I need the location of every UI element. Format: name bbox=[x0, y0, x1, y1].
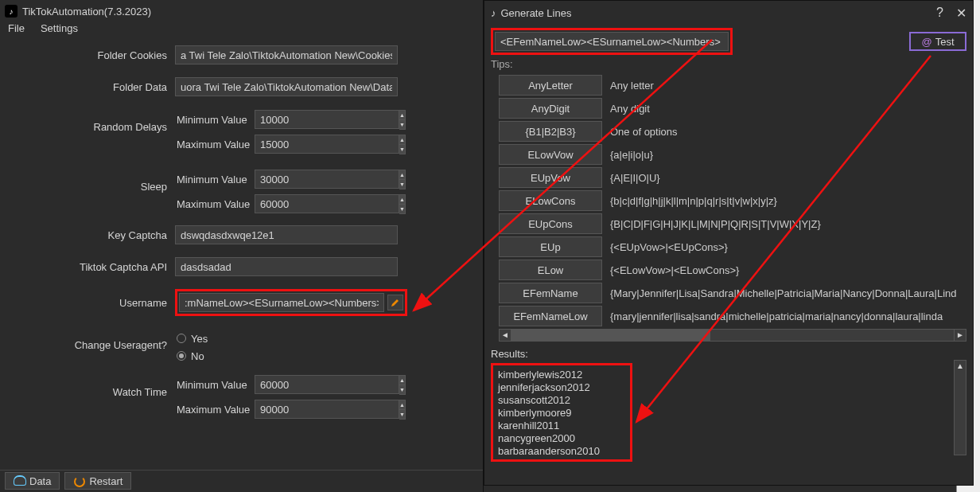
radio-yes[interactable] bbox=[177, 334, 186, 343]
token-row: AnyDigitAny digit bbox=[499, 98, 966, 119]
dialog-titlebar: ♪ Generate Lines ? ✕ bbox=[484, 1, 973, 25]
result-item: kimberlylewis2012 bbox=[498, 369, 625, 381]
menu-settings[interactable]: Settings bbox=[41, 22, 78, 38]
result-item: jenniferjackson2012 bbox=[498, 381, 625, 394]
spin-down-icon[interactable]: ▼ bbox=[399, 205, 405, 213]
label-username: Username bbox=[0, 297, 175, 309]
token-row: AnyLetterAny letter bbox=[499, 75, 966, 96]
bottombar: Data Restart bbox=[0, 470, 483, 492]
label-tiktok-captcha: Tiktok Captcha API bbox=[0, 261, 175, 273]
folder-data-input[interactable] bbox=[175, 77, 398, 96]
token-button[interactable]: ELow bbox=[499, 260, 602, 280]
token-row: {B1|B2|B3}One of options bbox=[499, 121, 966, 142]
result-item: susanscott2012 bbox=[498, 394, 625, 407]
wt-max-input[interactable] bbox=[255, 400, 399, 419]
label-rd-max: Maximum Value bbox=[175, 139, 255, 150]
expression-highlight bbox=[491, 28, 733, 55]
spin-down-icon[interactable]: ▼ bbox=[399, 180, 405, 189]
spin-up-icon[interactable]: ▲ bbox=[399, 111, 405, 120]
token-desc: {A|E|I|O|U} bbox=[610, 172, 966, 184]
username-input[interactable] bbox=[179, 293, 384, 312]
label-folder-cookies: Folder Cookies bbox=[0, 49, 175, 61]
token-row: EUpCons{B|C|D|F|G|H|J|K|L|M|N|P|Q|R|S|T|… bbox=[499, 213, 966, 234]
key-captcha-input[interactable] bbox=[175, 225, 398, 244]
spin-down-icon[interactable]: ▼ bbox=[399, 145, 405, 154]
vscrollbar[interactable]: ▲ bbox=[954, 360, 966, 455]
data-button[interactable]: Data bbox=[5, 472, 60, 490]
rd-max-spin[interactable]: ▲▼ bbox=[255, 135, 390, 154]
token-row: EFemName{Mary|Jennifer|Lisa|Sandra|Miche… bbox=[499, 283, 966, 303]
help-icon[interactable]: ? bbox=[936, 6, 943, 21]
spin-down-icon[interactable]: ▼ bbox=[399, 120, 405, 129]
spin-up-icon[interactable]: ▲ bbox=[399, 195, 405, 205]
dialog-title: Generate Lines bbox=[501, 7, 572, 19]
close-icon[interactable]: ✕ bbox=[956, 6, 966, 21]
spin-up-icon[interactable]: ▲ bbox=[399, 400, 405, 410]
tiktok-captcha-input[interactable] bbox=[175, 257, 398, 276]
scroll-left-icon[interactable]: ◄ bbox=[499, 329, 511, 342]
token-row: EFemNameLow{mary|jennifer|lisa|sandra|mi… bbox=[499, 306, 966, 326]
result-item: barbaraanderson2010 bbox=[498, 445, 625, 458]
wt-min-spin[interactable]: ▲▼ bbox=[255, 375, 390, 395]
token-button[interactable]: EFemNameLow bbox=[499, 306, 602, 326]
result-item: nancygreen2000 bbox=[498, 432, 625, 445]
app-logo-icon: ♪ bbox=[491, 7, 496, 19]
sleep-min-spin[interactable]: ▲▼ bbox=[255, 170, 390, 189]
token-button[interactable]: {B1|B2|B3} bbox=[499, 121, 602, 142]
scroll-thumb[interactable] bbox=[511, 330, 710, 341]
test-button[interactable]: @Test bbox=[909, 32, 966, 51]
label-no: No bbox=[191, 350, 204, 362]
rd-max-input[interactable] bbox=[255, 135, 399, 154]
token-button[interactable]: EUpVow bbox=[499, 167, 602, 188]
menu-file[interactable]: File bbox=[8, 22, 25, 38]
scroll-up-icon[interactable]: ▲ bbox=[955, 361, 966, 373]
results-list: kimberlylewis2012jenniferjackson2012susa… bbox=[491, 363, 632, 462]
rd-min-spin[interactable]: ▲▼ bbox=[255, 110, 390, 130]
sleep-min-input[interactable] bbox=[255, 170, 399, 189]
spin-up-icon[interactable]: ▲ bbox=[399, 376, 405, 385]
rd-min-input[interactable] bbox=[255, 110, 399, 129]
radio-no[interactable] bbox=[177, 351, 186, 361]
token-desc: Any letter bbox=[610, 80, 966, 92]
label-yes: Yes bbox=[191, 333, 208, 345]
sleep-max-input[interactable] bbox=[255, 194, 399, 213]
spin-down-icon[interactable]: ▼ bbox=[399, 410, 405, 419]
label-change-ua: Change Useragent? bbox=[0, 330, 175, 351]
edit-icon[interactable] bbox=[387, 295, 403, 310]
spin-down-icon[interactable]: ▼ bbox=[399, 385, 405, 394]
token-row: ELowCons{b|c|d|f|g|h|j|k|l|m|n|p|q|r|s|t… bbox=[499, 190, 966, 211]
token-desc: {<ELowVow>|<ELowCons>} bbox=[610, 264, 966, 276]
token-button[interactable]: EUpCons bbox=[499, 213, 602, 234]
token-button[interactable]: ELowVow bbox=[499, 144, 602, 165]
label-sleep-max: Maximum Value bbox=[175, 198, 255, 210]
label-watch-time: Watch Time bbox=[0, 375, 175, 398]
token-row: ELowVow{a|e|i|o|u} bbox=[499, 144, 966, 165]
result-item: karenhill2011 bbox=[498, 420, 625, 432]
tips-label: Tips: bbox=[491, 58, 966, 70]
token-button[interactable]: AnyLetter bbox=[499, 75, 602, 96]
spin-up-icon[interactable]: ▲ bbox=[399, 170, 405, 180]
menubar: File Settings bbox=[0, 22, 483, 38]
token-button[interactable]: AnyDigit bbox=[499, 98, 602, 119]
result-item: kimberlymoore9 bbox=[498, 407, 625, 420]
token-button[interactable]: ELowCons bbox=[499, 190, 602, 211]
token-desc: One of options bbox=[610, 126, 966, 138]
token-button[interactable]: EFemName bbox=[499, 283, 602, 303]
restart-button[interactable]: Restart bbox=[64, 472, 131, 490]
scroll-right-icon[interactable]: ► bbox=[954, 329, 966, 342]
wt-min-input[interactable] bbox=[255, 375, 399, 394]
results-label: Results: bbox=[491, 348, 966, 360]
expression-input[interactable] bbox=[495, 32, 729, 51]
hscrollbar[interactable]: ◄ ► bbox=[499, 329, 966, 342]
token-row: ELow{<ELowVow>|<ELowCons>} bbox=[499, 260, 966, 280]
token-desc: Any digit bbox=[610, 103, 966, 115]
token-desc: {a|e|i|o|u} bbox=[610, 149, 966, 161]
main-window: ♪ TikTokAutomation(7.3.2023) File Settin… bbox=[0, 0, 484, 492]
folder-cookies-input[interactable] bbox=[175, 45, 398, 64]
sleep-max-spin[interactable]: ▲▼ bbox=[255, 194, 390, 214]
generate-lines-dialog: ♪ Generate Lines ? ✕ @Test Tips: AnyLett… bbox=[484, 0, 974, 486]
wt-max-spin[interactable]: ▲▼ bbox=[255, 400, 390, 420]
spin-up-icon[interactable]: ▲ bbox=[399, 135, 405, 145]
token-button[interactable]: EUp bbox=[499, 236, 602, 257]
form-area: Folder Cookies Folder Data Random Delays… bbox=[0, 38, 483, 425]
